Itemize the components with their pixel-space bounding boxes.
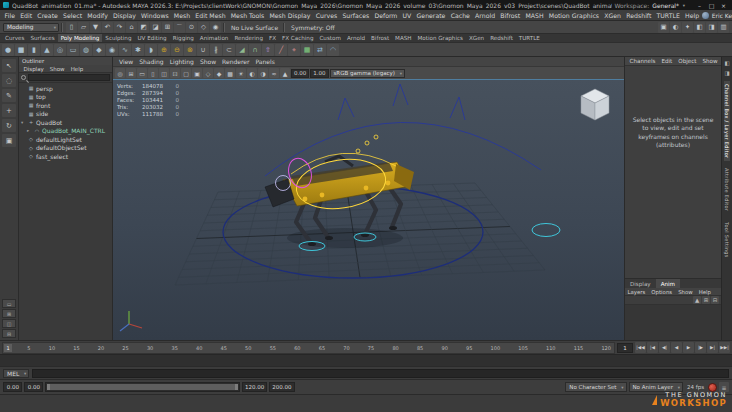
shelf-tab[interactable]: Curves [2, 34, 27, 42]
step-forward-key-button[interactable]: |▶ [695, 342, 706, 353]
command-line-input[interactable] [32, 369, 729, 378]
outliner-title[interactable]: Outliner [19, 57, 112, 65]
outliner-item[interactable]: ▦ persp [19, 84, 112, 93]
rotate-tool[interactable]: ↻ [2, 119, 16, 132]
shelf-tab[interactable]: Rendering [231, 34, 266, 42]
toggle-channel-box-icon[interactable]: ▥ [718, 22, 729, 33]
boolean-union-icon[interactable]: ⊕ [158, 44, 170, 56]
outliner-item[interactable]: ◇ defaultObjectSet [19, 144, 112, 153]
motion-blur-icon[interactable]: ≈ [269, 68, 279, 78]
boolean-intersect-icon[interactable]: ⊗ [184, 44, 196, 56]
menu-item[interactable]: Generate [414, 12, 448, 19]
poly-sphere-icon[interactable]: ● [2, 44, 14, 56]
ipr-render-icon[interactable]: ◐ [670, 22, 681, 33]
safe-action-icon[interactable]: ▢ [181, 68, 191, 78]
shadows-icon[interactable]: ◐ [247, 68, 257, 78]
character-set-selector[interactable]: No Character Set [565, 382, 626, 392]
shelf-tab[interactable]: MASH [392, 34, 414, 42]
viewport-menu[interactable]: Renderer [219, 58, 252, 65]
snap-to-plane-icon[interactable]: ◇ [198, 22, 209, 33]
textured-icon[interactable]: ▩ [225, 68, 235, 78]
menu-item[interactable]: TURTLE [654, 12, 682, 19]
bridge-icon[interactable]: ∩ [249, 44, 261, 56]
toggle-sidebar-icon[interactable]: ◧ [694, 22, 705, 33]
outliner-item[interactable]: ▦ top [19, 93, 112, 102]
extract-icon[interactable]: ⊂ [223, 44, 235, 56]
menu-item[interactable]: Bifrost [498, 12, 523, 19]
shelf-tab[interactable]: Surfaces [27, 34, 57, 42]
super-ellipse-icon[interactable]: ◗ [145, 44, 157, 56]
outliner-item[interactable]: ▦ side [19, 110, 112, 119]
snap-to-grid-icon[interactable]: ⊞ [162, 22, 173, 33]
four-pane-layout-button[interactable]: ⊞ [2, 309, 16, 318]
persp-outliner-layout-button[interactable]: ◫ [2, 319, 16, 328]
menu-set-selector[interactable]: Modeling [3, 23, 59, 32]
viewport-canvas[interactable]: Verts: 184078 0 Edges: 287394 0 Faces: 1… [113, 80, 624, 340]
layer-editor-menu[interactable]: Options [649, 289, 675, 295]
expand-arrow-icon[interactable]: ▾ [21, 120, 26, 125]
expand-arrow-icon[interactable]: ▸ [27, 128, 32, 133]
go-to-end-button[interactable]: ▶▶| [719, 342, 730, 353]
exposure-field[interactable]: 0.00 [291, 69, 309, 78]
menu-item[interactable]: Edit Mesh [193, 12, 228, 19]
shelf-tab[interactable]: XGen [466, 34, 487, 42]
shelf-tab[interactable]: Sculpting [102, 34, 134, 42]
shelf-tab[interactable]: Motion Graphics [415, 34, 466, 42]
maximize-button[interactable]: □ [706, 2, 717, 9]
user-avatar[interactable] [702, 12, 709, 19]
sidebar-tab[interactable]: Channel Box / Layer Editor [724, 81, 730, 161]
play-forward-button[interactable]: ▶ [683, 342, 694, 353]
dock-right-icon[interactable]: ◨ [723, 69, 731, 77]
poly-cone-icon[interactable]: ▲ [41, 44, 53, 56]
menu-item[interactable]: UV [400, 12, 414, 19]
menu-item[interactable]: Surfaces [340, 12, 372, 19]
save-scene-icon[interactable]: ▼ [90, 22, 101, 33]
channel-box-menu[interactable]: Channels [627, 58, 658, 64]
current-frame-field[interactable]: 1 [617, 343, 633, 353]
shelf-tab[interactable]: Poly Modeling [58, 34, 103, 42]
user-account-menu[interactable]: Eric Keller [712, 12, 732, 19]
shelf-tab[interactable]: Arnold [344, 34, 368, 42]
menu-item[interactable]: Curves [313, 12, 340, 19]
colorspace-selector[interactable]: sRGB gamma (legacy) [330, 69, 406, 78]
select-by-component-icon[interactable]: ◪ [150, 22, 161, 33]
sidebar-tab[interactable]: Attribute Editor [724, 165, 730, 214]
paint-select-tool[interactable]: ✎ [2, 89, 16, 102]
time-slider[interactable]: 1 05101520253035404550556065707580859095… [2, 342, 615, 354]
outliner-menu[interactable]: Help [68, 66, 86, 72]
viewport-menu[interactable]: View [116, 58, 136, 65]
menu-item[interactable]: Mesh Tools [228, 12, 267, 19]
menu-item[interactable]: Select [60, 12, 84, 19]
step-forward-frame-button[interactable]: ▶| [707, 342, 718, 353]
range-slider[interactable] [45, 382, 240, 392]
menu-item[interactable]: Edit [18, 12, 35, 19]
make-live-icon[interactable]: ◉ [210, 22, 221, 33]
occlusion-icon[interactable]: ◑ [258, 68, 268, 78]
shelf-tab[interactable]: Redshift [487, 34, 516, 42]
gate-mask-icon[interactable]: ◫ [159, 68, 169, 78]
minimize-button[interactable]: – [694, 2, 705, 9]
bevel-icon[interactable]: ◢ [236, 44, 248, 56]
menu-item[interactable]: Deform [372, 12, 400, 19]
render-view-icon[interactable]: ▣ [658, 22, 669, 33]
menu-item[interactable]: Display [110, 12, 138, 19]
viewport-menu[interactable]: Shading [136, 58, 166, 65]
menu-item[interactable]: Modify [85, 12, 111, 19]
smooth-icon[interactable]: ◠ [327, 44, 339, 56]
new-layer-icon[interactable]: ⊞ [702, 296, 710, 304]
shaded-icon[interactable]: ◆ [214, 68, 224, 78]
dock-left-icon[interactable]: ◧ [723, 59, 731, 67]
redo-icon[interactable]: ↷ [114, 22, 125, 33]
undo-icon[interactable]: ↶ [102, 22, 113, 33]
close-button[interactable]: × [718, 2, 729, 9]
scale-tool[interactable]: ▣ [2, 134, 16, 147]
shelf-tab[interactable]: Custom [316, 34, 343, 42]
poly-pipe-icon[interactable]: ◉ [106, 44, 118, 56]
shelf-tab[interactable]: Rigging [170, 34, 197, 42]
poly-plane-icon[interactable]: ▭ [67, 44, 79, 56]
layer-list[interactable] [625, 305, 721, 340]
shelf-tab[interactable]: Animation [197, 34, 232, 42]
isolate-select-icon[interactable]: ◎ [115, 68, 125, 78]
menu-item[interactable]: Motion Graphics [546, 12, 601, 19]
live-surface-label[interactable]: No Live Surface [228, 24, 281, 31]
